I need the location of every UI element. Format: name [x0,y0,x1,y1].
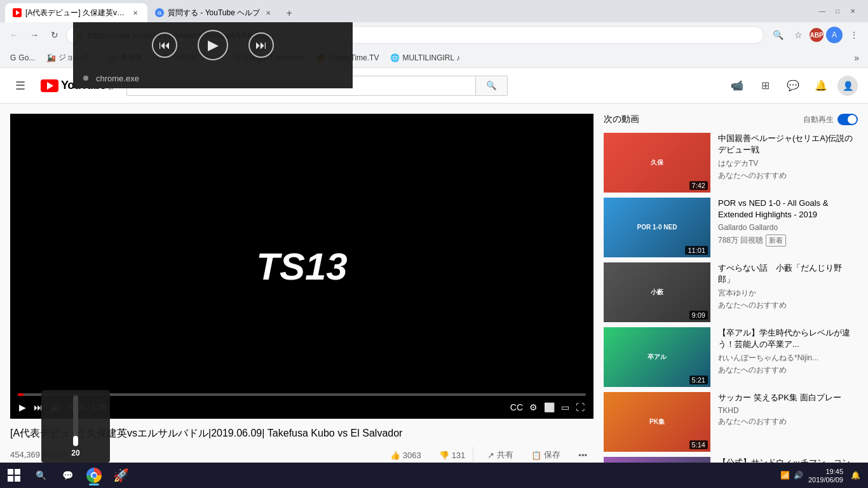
chrome-exe-label: chrome.exe [73,68,353,88]
yt-chat-icon[interactable]: 💬 [782,74,804,97]
taskbar-search[interactable]: 🔍 [28,464,53,487]
more-button[interactable]: ••• [572,447,593,463]
card-meta-1: 788万 回視聴 新着 [718,233,855,247]
star-icon[interactable]: ☆ [789,26,807,44]
progress-bar-fill [18,393,24,396]
bookmark-multilingirl[interactable]: 🌐 MULTILINGIRL ♪ [385,51,465,65]
card-thumbnail-0: 久保 7:42 [604,133,710,193]
card-title-3: 【卒アル】学生時代からレベルが違う！芸能人の卒業ア... [718,327,855,350]
settings-button[interactable]: ⚙ [528,401,539,414]
card-thumbnail-4: PK集 5:14 [604,392,710,452]
taskbar-rocket[interactable]: 🚀 [108,464,133,487]
close-button[interactable]: ✕ [848,6,858,17]
taskbar-apps: 🔍 💬 🚀 [28,464,133,487]
start-button[interactable] [3,464,25,487]
minimize-button[interactable]: — [817,6,827,17]
thumb-text-1: POR 1-0 NED [637,224,677,231]
profile-icon[interactable]: A [826,27,843,43]
bookmarks-more-button[interactable]: » [850,50,863,65]
card-thumbnail-1: POR 1-0 NED 11:01 [604,198,710,257]
video-card-2[interactable]: 小藪 9:09 すべらない話 小藪「だんじり野郎」 宮本ゆりか あなたへのおすす… [604,262,858,322]
bookmark-go[interactable]: G Go... [5,51,40,65]
like-button[interactable]: 👍 3063 [384,447,428,463]
forward-button[interactable]: → [25,26,43,44]
share-button[interactable]: ↗ 共有 [481,445,520,463]
media-play-button[interactable]: ▶ [198,30,228,60]
theater-button[interactable]: ▭ [560,401,571,414]
taskbar: 🔍 💬 🚀 📶 🔊 19:45 2019/06/09 🔔 [0,463,868,488]
taskbar-date: 2019/06/09 [808,476,843,484]
subtitles-button[interactable]: CC [509,401,524,414]
taskbar-chrome[interactable] [81,464,107,487]
yt-bell-icon[interactable]: 🔔 [810,74,832,97]
taskbar-right: 📶 🔊 19:45 2019/06/09 🔔 [780,468,865,484]
yt-video-camera-icon[interactable]: 📹 [726,74,749,97]
volume-icon[interactable]: 🔊 [794,471,803,480]
vol-label: 20 [71,449,79,458]
taskbar-time: 19:45 [825,468,843,475]
notification-icon[interactable]: 🔔 [851,471,860,480]
card-duration-0: 7:42 [689,181,708,190]
media-controls-bar: ⏮ ▶ ⏭ [73,22,353,68]
bookmark-multilingirl-favicon: 🌐 [390,53,400,62]
save-label: 保存 [544,449,560,461]
hamburger-menu[interactable]: ☰ [10,74,31,98]
window-controls: — □ ✕ [817,6,858,17]
video-card-5[interactable]: サンド 12:51 【公式】サンドウィッチマン コント【蜂の巣駆除】 grape… [604,457,858,463]
miniplayer-button[interactable]: ⬜ [543,401,556,414]
bookmark-go-favicon: G [10,53,16,62]
adblock-icon[interactable]: ABP [810,28,824,42]
sidebar-next-label: 次の動画 [604,114,639,125]
video-card-3[interactable]: 卒アル 5:21 【卒アル】学生時代からレベルが違う！芸能人の卒業ア... れい… [604,327,858,387]
card-meta-2: あなたへのおすすめ [718,300,855,311]
video-screen: TS13 [10,114,593,419]
taskbar-cortana[interactable]: 💬 [55,464,80,487]
yt-avatar[interactable]: 👤 [837,76,858,96]
video-card-1[interactable]: POR 1-0 NED 11:01 POR vs NED 1-0 - All G… [604,198,858,257]
vol-slider-container: 20 [41,390,110,463]
card-title-1: POR vs NED 1-0 - All Goals & Extended Hi… [718,198,855,220]
yt-header-icons: 📹 ⊞ 💬 🔔 👤 [726,74,858,97]
chrome-icon [86,468,102,483]
vol-slider-track[interactable] [73,395,78,446]
dislike-button[interactable]: 👎 131 [433,447,474,463]
autoplay-switch[interactable] [837,114,858,125]
maximize-button[interactable]: □ [832,6,843,17]
fullscreen-button[interactable]: ⛶ [574,401,586,414]
video-card-0[interactable]: 久保 7:42 中国親善ペルージャ(セリエA)伝説のデビュー戦 はなデカTV あ… [604,133,858,193]
save-button[interactable]: 📋 保存 [525,445,567,463]
yt-search-button[interactable]: 🔍 [476,76,508,96]
search-icon[interactable]: 🔍 [769,26,787,44]
autoplay-toggle: 自動再生 [803,114,858,125]
card-duration-4: 5:14 [689,440,708,449]
chrome-exe-dot [83,76,88,81]
card-thumbnail-3: 卒アル 5:21 [604,327,710,387]
video-player: TS13 ▶ ⏭ 🔊 0:00 / 3:28 [10,114,593,419]
play-button[interactable]: ▶ [18,401,27,414]
video-card-4[interactable]: PK集 5:14 サッカー 笑えるPK集 面白プレー TKHD あなたへのおすす… [604,392,858,452]
yt-content: TS13 ▶ ⏭ 🔊 0:00 / 3:28 [0,104,868,463]
new-tab-button[interactable]: + [280,4,298,22]
menu-icon[interactable]: ⋮ [845,26,863,44]
thumb-text-2: 小藪 [651,288,663,296]
tab-2-close[interactable]: ✕ [264,8,273,17]
card-info-3: 【卒アル】学生時代からレベルが違う！芸能人の卒業ア... れいんぼーちゃんねる*… [715,327,858,387]
tab-2[interactable]: G 質問する - YouTube ヘルプ ✕ [147,3,280,22]
windows-icon [8,469,20,482]
tab-1[interactable]: [A代表デビュー] 久保建英vsエルサル... ✕ [5,3,147,22]
tab-1-close[interactable]: ✕ [131,8,140,17]
bookmark-go-label: Go... [18,53,35,62]
like-icon: 👍 [390,451,400,460]
refresh-button[interactable]: ↻ [46,26,64,44]
back-button[interactable]: ← [5,26,23,44]
media-next-button[interactable]: ⏭ [248,32,274,58]
media-controls-overlay: ⏮ ▶ ⏭ chrome.exe [73,22,353,88]
right-controls: CC ⚙ ⬜ ▭ ⛶ [509,401,586,414]
yt-sidebar-right: 次の動画 自動再生 久保 7:42 中国親善ペルージャ(セリエA)伝説のデビュー… [604,114,858,452]
yt-main: TS13 ▶ ⏭ 🔊 0:00 / 3:28 [0,104,868,463]
dislike-count: 131 [452,451,466,460]
bookmark-jordan-favicon: 🚂 [46,53,56,62]
yt-grid-icon[interactable]: ⊞ [754,74,776,97]
media-prev-button[interactable]: ⏮ [152,32,177,58]
tabs-container: [A代表デビュー] 久保建英vsエルサル... ✕ G 質問する - YouTu… [5,0,815,22]
